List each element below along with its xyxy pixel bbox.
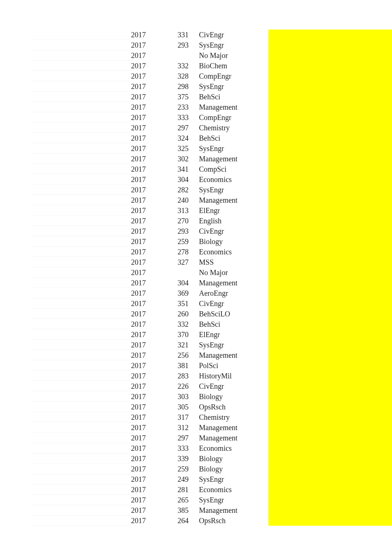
number-cell: 304 [178,278,199,288]
number-cell: 317 [178,412,199,422]
highlight-cell [268,443,392,453]
blank-cell [0,340,131,350]
blank-cell [0,143,131,154]
number-cell: 305 [178,402,199,412]
number-cell: 297 [178,433,199,443]
table-row: 2017305OpsRsch [0,402,392,412]
year-cell: 2017 [131,464,178,474]
year-cell: 2017 [131,71,178,81]
blank-cell [0,154,131,164]
highlight-cell [268,143,392,154]
year-cell: 2017 [131,412,178,422]
highlight-cell [268,71,392,81]
major-cell: Biology [199,391,268,402]
table-row: 2017233Management [0,102,392,112]
blank-cell [0,257,131,267]
highlight-cell [268,50,392,61]
major-cell: Management [199,278,268,288]
blank-cell [0,464,131,474]
year-cell: 2017 [131,443,178,453]
blank-cell [0,371,131,381]
major-cell: MSS [199,257,268,267]
table-row: 2017270English [0,216,392,226]
year-cell: 2017 [131,112,178,123]
number-cell: 297 [178,123,199,133]
year-cell: 2017 [131,61,178,71]
number-cell: 233 [178,102,199,112]
number-cell: 369 [178,288,199,298]
blank-cell [0,309,131,319]
highlight-cell [268,205,392,216]
number-cell: 281 [178,484,199,495]
year-cell: 2017 [131,164,178,174]
year-cell: 2017 [131,195,178,205]
highlight-cell [268,40,392,50]
number-cell: 249 [178,474,199,484]
blank-cell [0,505,131,515]
highlight-cell [268,112,392,123]
blank-cell [0,133,131,143]
blank-cell [0,81,131,92]
number-cell: 293 [178,226,199,236]
major-cell: Management [199,433,268,443]
blank-cell [0,453,131,464]
blank-cell [0,71,131,81]
year-cell: 2017 [131,81,178,92]
highlight-cell [268,61,392,71]
blank-cell [0,319,131,329]
year-cell: 2017 [131,236,178,247]
year-cell: 2017 [131,495,178,505]
year-cell: 2017 [131,102,178,112]
blank-cell [0,267,131,278]
major-cell: No Major [199,50,268,61]
table-row: 2017375BehSci [0,92,392,102]
blank-cell [0,278,131,288]
major-cell: AeroEngr [199,288,268,298]
table-row: 2017351CivEngr [0,298,392,309]
major-cell: English [199,216,268,226]
table-row: 2017281Economics [0,484,392,495]
highlight-cell [268,236,392,247]
number-cell: 375 [178,92,199,102]
year-cell: 2017 [131,360,178,371]
year-cell: 2017 [131,453,178,464]
year-cell: 2017 [131,257,178,267]
blank-cell [0,422,131,433]
year-cell: 2017 [131,30,178,40]
number-cell: 333 [178,443,199,453]
blank-cell [0,50,131,61]
blank-cell [0,205,131,216]
blank-cell [0,402,131,412]
blank-cell [0,360,131,371]
table-row: 2017370ElEngr [0,329,392,340]
year-cell: 2017 [131,298,178,309]
number-cell: 240 [178,195,199,205]
blank-cell [0,92,131,102]
year-cell: 2017 [131,50,178,61]
major-cell: CivEngr [199,381,268,391]
blank-cell [0,174,131,185]
highlight-cell [268,412,392,422]
year-cell: 2017 [131,422,178,433]
table-row: 2017313ElEngr [0,205,392,216]
highlight-cell [268,391,392,402]
table-row: 2017297Management [0,433,392,443]
major-cell: OpsRsch [199,402,268,412]
blank-cell [0,433,131,443]
table-row: 2017293CivEngr [0,226,392,236]
highlight-cell [268,453,392,464]
blank-cell [0,236,131,247]
highlight-cell [268,195,392,205]
number-cell: 293 [178,40,199,50]
major-cell: CivEngr [199,30,268,40]
number-cell: 264 [178,515,199,526]
highlight-cell [268,381,392,391]
table-row: 2017385Management [0,505,392,515]
number-cell: 260 [178,309,199,319]
highlight-cell [268,340,392,350]
major-cell: Economics [199,443,268,453]
blank-cell [0,515,131,526]
table-row: 2017297Chemistry [0,123,392,133]
table-row: 2017256Management [0,350,392,360]
highlight-cell [268,515,392,526]
